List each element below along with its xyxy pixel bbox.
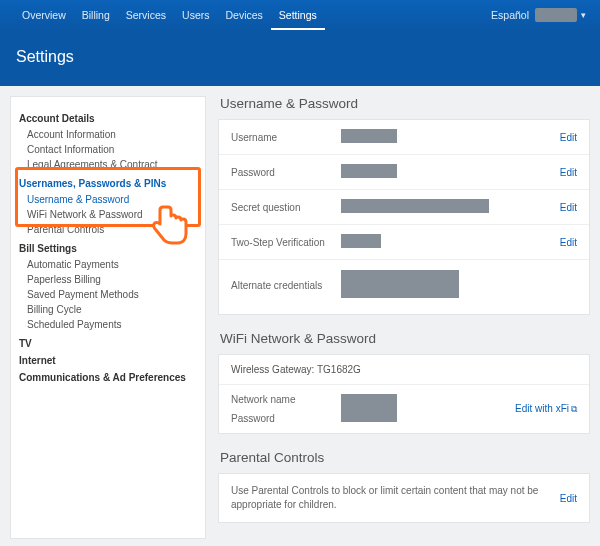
label-network-name: Network name bbox=[231, 394, 341, 405]
redacted-password bbox=[341, 164, 397, 178]
sidebar-group-internet[interactable]: Internet bbox=[19, 355, 197, 366]
panel-parental: Use Parental Controls to block or limit … bbox=[218, 473, 590, 523]
edit-twostep[interactable]: Edit bbox=[560, 237, 577, 248]
nav-billing[interactable]: Billing bbox=[74, 0, 118, 30]
chevron-down-icon[interactable]: ▾ bbox=[581, 10, 586, 20]
nav-services[interactable]: Services bbox=[118, 0, 174, 30]
sidebar-item-paperless[interactable]: Paperless Billing bbox=[19, 272, 197, 287]
user-menu[interactable] bbox=[535, 8, 577, 22]
sidebar-group-tv[interactable]: TV bbox=[19, 338, 197, 349]
edit-password[interactable]: Edit bbox=[560, 167, 577, 178]
sidebar-group-comms[interactable]: Communications & Ad Preferences bbox=[19, 372, 197, 383]
panel-userpass: Username Edit Password Edit Secret quest… bbox=[218, 119, 590, 315]
sidebar-item-scheduled[interactable]: Scheduled Payments bbox=[19, 317, 197, 332]
section-title-wifi: WiFi Network & Password bbox=[220, 331, 590, 346]
edit-parental[interactable]: Edit bbox=[560, 493, 577, 504]
content: Username & Password Username Edit Passwo… bbox=[218, 96, 590, 539]
sidebar-group-account[interactable]: Account Details bbox=[19, 113, 197, 124]
label-password: Password bbox=[231, 167, 341, 178]
page-title: Settings bbox=[0, 30, 600, 86]
wifi-body: Network name Password Edit with xFi⧉ bbox=[219, 385, 589, 433]
sidebar-item-contact-info[interactable]: Contact Information bbox=[19, 142, 197, 157]
label-twostep: Two-Step Verification bbox=[231, 237, 341, 248]
nav-overview[interactable]: Overview bbox=[14, 0, 74, 30]
row-secret: Secret question Edit bbox=[219, 190, 589, 225]
sidebar-item-billing-cycle[interactable]: Billing Cycle bbox=[19, 302, 197, 317]
sidebar-item-legal[interactable]: Legal Agreements & Contract bbox=[19, 157, 197, 172]
edit-username[interactable]: Edit bbox=[560, 132, 577, 143]
redacted-wifi bbox=[341, 394, 397, 422]
row-username: Username Edit bbox=[219, 120, 589, 155]
label-username: Username bbox=[231, 132, 341, 143]
external-link-icon: ⧉ bbox=[571, 404, 577, 414]
sidebar-item-auto-pay[interactable]: Automatic Payments bbox=[19, 257, 197, 272]
nav-users[interactable]: Users bbox=[174, 0, 217, 30]
sidebar-group-bill[interactable]: Bill Settings bbox=[19, 243, 197, 254]
label-wifi-password: Password bbox=[231, 413, 341, 424]
sidebar-item-username-password[interactable]: Username & Password bbox=[19, 192, 197, 207]
redacted-username bbox=[341, 129, 397, 143]
sidebar-item-wifi[interactable]: WiFi Network & Password bbox=[19, 207, 197, 222]
wifi-gateway: Wireless Gateway: TG1682G bbox=[219, 355, 589, 385]
label-secret: Secret question bbox=[231, 202, 341, 213]
language-toggle[interactable]: Español bbox=[491, 9, 529, 21]
nav-settings[interactable]: Settings bbox=[271, 0, 325, 30]
row-password: Password Edit bbox=[219, 155, 589, 190]
edit-secret[interactable]: Edit bbox=[560, 202, 577, 213]
redacted-altcred bbox=[341, 270, 459, 298]
sidebar-group-usernames[interactable]: Usernames, Passwords & PINs bbox=[19, 178, 197, 189]
sidebar: Account Details Account Information Cont… bbox=[10, 96, 206, 539]
label-altcred: Alternate credentials bbox=[231, 280, 341, 291]
redacted-secret bbox=[341, 199, 489, 213]
redacted-twostep bbox=[341, 234, 381, 248]
sidebar-item-parental[interactable]: Parental Controls bbox=[19, 222, 197, 237]
row-parental: Use Parental Controls to block or limit … bbox=[219, 474, 589, 522]
top-nav: Overview Billing Services Users Devices … bbox=[0, 0, 600, 30]
row-twostep: Two-Step Verification Edit bbox=[219, 225, 589, 260]
section-title-parental: Parental Controls bbox=[220, 450, 590, 465]
row-altcred: Alternate credentials bbox=[219, 260, 589, 314]
section-title-userpass: Username & Password bbox=[220, 96, 590, 111]
parental-desc: Use Parental Controls to block or limit … bbox=[231, 484, 560, 512]
nav-devices[interactable]: Devices bbox=[217, 0, 270, 30]
panel-wifi: Wireless Gateway: TG1682G Network name P… bbox=[218, 354, 590, 434]
sidebar-item-saved-payment[interactable]: Saved Payment Methods bbox=[19, 287, 197, 302]
edit-wifi[interactable]: Edit with xFi⧉ bbox=[515, 403, 577, 415]
sidebar-item-account-info[interactable]: Account Information bbox=[19, 127, 197, 142]
